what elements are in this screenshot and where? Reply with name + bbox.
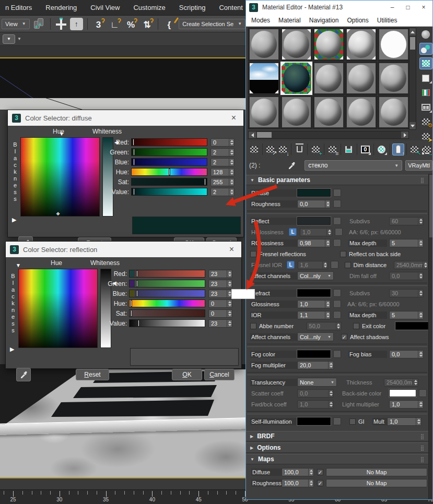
maximize-icon[interactable]: □ xyxy=(402,4,414,11)
rollout-header[interactable]: ▶BRDF⣿ xyxy=(246,431,428,441)
material-name-dropdown[interactable]: стекло ▼ xyxy=(305,160,402,171)
spinner-arrows-icon[interactable] xyxy=(416,418,421,425)
scroll-down-icon[interactable] xyxy=(409,122,416,129)
put-to-scene-icon[interactable]: ↗ xyxy=(265,144,276,155)
channel-slider[interactable] xyxy=(131,168,207,176)
sample-uv-tiling-icon[interactable] xyxy=(420,73,432,83)
channel-slider[interactable] xyxy=(129,280,205,287)
spinner-arrows-icon[interactable] xyxy=(328,362,333,369)
map-slot-button[interactable] xyxy=(333,311,341,319)
slider-marker[interactable] xyxy=(136,290,138,297)
channel-spinner[interactable]: 23 xyxy=(208,290,232,298)
material-sample-slot[interactable] xyxy=(378,62,409,95)
param-spinner[interactable]: 1,6 xyxy=(298,261,329,269)
checkbox-icon[interactable]: ✓ xyxy=(317,480,323,486)
scroll-left-icon[interactable] xyxy=(249,131,256,138)
param-spinner[interactable]: 5 xyxy=(389,311,424,319)
channel-slider[interactable] xyxy=(131,188,207,196)
close-icon[interactable]: × xyxy=(226,245,237,254)
viewport-layout-button[interactable]: ▼ xyxy=(3,34,15,44)
param-dropdown[interactable]: None▼ xyxy=(297,378,337,387)
param-spinner[interactable]: 20,0 xyxy=(297,361,334,369)
select-by-material-icon[interactable]: ➤ xyxy=(420,131,432,142)
select-and-move-icon[interactable] xyxy=(55,18,67,30)
param-spinner[interactable]: 30 xyxy=(389,289,424,297)
go-to-parent-icon[interactable]: ↖ xyxy=(409,144,420,155)
spinner-arrows-icon[interactable] xyxy=(418,218,423,225)
spinner-arrows-icon[interactable] xyxy=(227,300,232,307)
params-scrollbar[interactable] xyxy=(428,174,432,499)
material-type-button[interactable]: VRayMtl xyxy=(405,160,432,171)
checkbox-icon[interactable] xyxy=(250,323,256,329)
minimize-icon[interactable]: – xyxy=(387,4,398,11)
sample-type-sphere-icon[interactable] xyxy=(420,29,432,40)
hue-marker-icon[interactable]: ▼ xyxy=(16,262,21,268)
channel-spinner[interactable]: 2 xyxy=(210,148,235,157)
param-spinner[interactable]: 0,0 xyxy=(297,389,334,398)
spinner-arrows-icon[interactable] xyxy=(418,401,423,408)
spinner-arrows-icon[interactable] xyxy=(325,301,330,308)
slider-marker[interactable] xyxy=(131,300,132,307)
snap-toggle-3d-icon[interactable]: 3ʔ xyxy=(92,18,105,30)
cancel-button[interactable]: Cancel xyxy=(204,369,235,380)
no-map-button[interactable]: No Map xyxy=(326,468,427,476)
spinner-arrows-icon[interactable] xyxy=(423,261,428,269)
select-and-place-icon[interactable]: ↑ xyxy=(70,18,83,30)
samples-vertical-scrollbar[interactable] xyxy=(409,28,416,130)
material-sample-slot[interactable] xyxy=(248,28,280,61)
channel-slider[interactable] xyxy=(131,138,207,146)
checkbox-icon[interactable]: ✓ xyxy=(341,334,347,340)
scroll-up-icon[interactable] xyxy=(409,28,416,35)
map-slot-button[interactable] xyxy=(333,350,341,358)
spinner-arrows-icon[interactable] xyxy=(308,479,313,487)
slider-marker[interactable] xyxy=(133,149,135,155)
param-spinner[interactable]: 1,0 xyxy=(389,400,424,409)
channel-spinner[interactable]: 255 xyxy=(210,178,235,186)
param-spinner[interactable]: 0,0 xyxy=(389,272,424,280)
spinner-arrows-icon[interactable] xyxy=(418,239,423,247)
create-selection-set-dropdown[interactable]: Create Selection Se▼ xyxy=(179,19,245,29)
dialog-titlebar[interactable]: 3 Color Selector: reflection × xyxy=(6,242,241,257)
checkbox-icon[interactable] xyxy=(340,251,346,257)
spinner-arrows-icon[interactable] xyxy=(229,139,234,146)
param-spinner[interactable]: 5 xyxy=(389,239,424,247)
param-spinner[interactable]: 1,0 xyxy=(297,400,334,409)
param-spinner[interactable]: 0,98 xyxy=(297,239,331,247)
map-slot-button[interactable] xyxy=(333,200,341,208)
material-sample-slot[interactable] xyxy=(378,95,409,129)
material-sample-slot[interactable] xyxy=(313,62,345,95)
spinner-arrows-icon[interactable] xyxy=(418,351,423,358)
menu-item[interactable]: Scripting xyxy=(179,4,206,11)
spinner-arrows-icon[interactable] xyxy=(229,149,234,156)
menu-item[interactable]: Rendering xyxy=(45,4,77,11)
material-sample-slot[interactable] xyxy=(345,95,377,129)
map-slot-button[interactable] xyxy=(333,189,341,197)
channel-spinner[interactable]: 0 xyxy=(210,138,235,147)
hue-marker-icon[interactable]: ▼ xyxy=(59,131,64,137)
close-icon[interactable]: × xyxy=(228,113,239,123)
param-checkbox[interactable]: Abbe number xyxy=(250,323,307,329)
param-dropdown[interactable]: Col...nly▼ xyxy=(297,332,334,341)
scrollbar-thumb[interactable] xyxy=(410,37,415,50)
param-spinner[interactable]: 0,0 xyxy=(297,200,331,208)
angle-snap-icon[interactable]: ∟ʔ xyxy=(108,18,121,30)
percent-snap-icon[interactable]: %ʔ xyxy=(124,18,137,30)
menu-item[interactable]: Navigation xyxy=(309,17,339,24)
viewport-ground-strip[interactable] xyxy=(0,98,245,110)
lock-l-button[interactable]: L xyxy=(289,228,297,236)
material-sample-slot[interactable] xyxy=(345,28,377,61)
color-swatch[interactable] xyxy=(297,289,331,297)
get-material-icon[interactable] xyxy=(249,144,260,155)
material-sample-slot[interactable] xyxy=(280,28,312,61)
param-spinner[interactable]: 1,1 xyxy=(297,311,331,319)
map-enable-checkbox[interactable]: ✓ xyxy=(317,480,323,486)
spinner-arrows-icon[interactable] xyxy=(418,272,423,280)
param-spinner[interactable]: 1,0 xyxy=(297,300,331,308)
spinner-arrows-icon[interactable] xyxy=(229,159,234,166)
checkbox-icon[interactable] xyxy=(250,251,256,257)
param-spinner[interactable]: 50,0 xyxy=(307,322,342,330)
spinner-arrows-icon[interactable] xyxy=(322,261,327,269)
channel-spinner[interactable]: 23 xyxy=(208,319,232,328)
param-spinner[interactable]: 100,0 xyxy=(282,468,314,476)
map-slot-button[interactable] xyxy=(333,239,341,247)
